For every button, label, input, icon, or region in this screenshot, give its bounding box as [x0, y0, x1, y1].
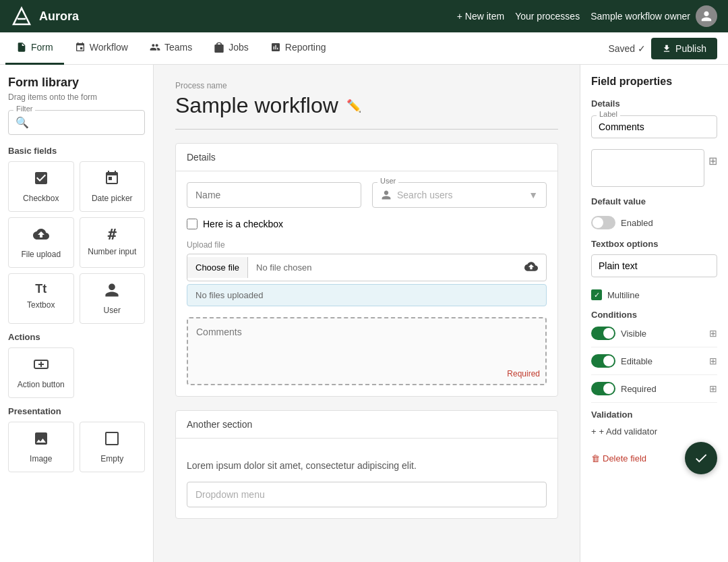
panel-divider-3 — [591, 402, 717, 403]
field-card-action-button[interactable]: Action button — [8, 347, 74, 398]
checkbox-label: Here is a checkbox — [203, 219, 283, 229]
textbox-card-label: Textbox — [27, 300, 55, 310]
details-section-label: Details — [591, 99, 717, 109]
nav-jobs-label: Jobs — [229, 42, 249, 53]
default-value-row: Default value — [591, 196, 717, 206]
field-card-empty[interactable]: Empty — [80, 422, 146, 472]
form-icon — [16, 42, 27, 53]
comments-area: Required — [187, 317, 547, 385]
search-users-placeholder: Search users — [397, 190, 452, 200]
field-card-number-input[interactable]: # Number input — [80, 217, 146, 268]
presentation-label: Presentation — [8, 406, 145, 416]
nav-form-label: Form — [31, 42, 53, 53]
saved-label: Saved ✓ — [608, 43, 646, 54]
presentation-grid: Image Empty — [8, 422, 145, 472]
details-section: Details User Search users ▼ — [175, 143, 558, 397]
panel-divider-2 — [591, 374, 717, 375]
actions-grid: Action button — [8, 347, 145, 398]
upload-row: Choose file No file chosen — [187, 254, 547, 281]
field-card-image[interactable]: Image — [8, 422, 74, 472]
editable-toggle[interactable] — [591, 354, 615, 368]
empty-icon — [104, 430, 120, 450]
user-field: User Search users ▼ — [372, 182, 547, 208]
label-input[interactable] — [591, 115, 717, 138]
filter-input-wrap: 🔍 — [8, 110, 145, 135]
required-right: ⊞ — [709, 383, 717, 394]
logo-icon — [11, 5, 32, 27]
name-field — [187, 182, 361, 208]
field-card-checkbox[interactable]: Checkbox — [8, 161, 74, 212]
delete-field-button[interactable]: 🗑 Delete field — [591, 453, 646, 463]
field-card-date-picker[interactable]: Date picker — [80, 161, 146, 212]
editable-label: Editable — [621, 356, 653, 366]
required-grid-icon: ⊞ — [709, 383, 717, 394]
workflow-icon — [75, 42, 86, 53]
choose-file-button[interactable]: Choose file — [187, 257, 248, 278]
date-picker-icon — [104, 170, 120, 190]
delete-field-row: 🗑 Delete field — [591, 442, 717, 474]
checkbox-input[interactable] — [187, 219, 198, 229]
title-divider — [175, 129, 558, 130]
visible-grid-icon: ⊞ — [709, 328, 717, 339]
edit-icon[interactable]: ✏️ — [346, 99, 361, 113]
check-icon: ✓ — [638, 43, 646, 54]
nav-item-teams[interactable]: Teams — [139, 32, 203, 65]
nav-item-workflow[interactable]: Workflow — [64, 32, 139, 65]
new-item-button[interactable]: + New item — [457, 11, 504, 22]
top-nav-right: + New item Your processes Sample workflo… — [457, 5, 717, 27]
no-file-text: No file chosen — [248, 257, 516, 278]
visible-row: Visible ⊞ — [591, 327, 717, 340]
nav-item-form[interactable]: Form — [5, 32, 64, 65]
upload-section: Upload file Choose file No file chosen N… — [187, 240, 547, 306]
trash-icon: 🗑 — [591, 453, 600, 463]
required-row: Required ⊞ — [591, 382, 717, 395]
comments-textarea[interactable] — [196, 327, 537, 374]
required-badge: Required — [507, 369, 540, 378]
your-processes-link[interactable]: Your processes — [515, 11, 580, 22]
dropdown-select[interactable]: Dropdown menu — [187, 482, 547, 507]
date-picker-card-label: Date picker — [92, 194, 133, 203]
nav-teams-label: Teams — [164, 42, 192, 53]
user-select-icon — [381, 190, 392, 200]
visible-toggle[interactable] — [591, 327, 615, 340]
action-button-card-label: Action button — [18, 380, 65, 389]
floating-action-button[interactable] — [685, 442, 717, 474]
required-label: Required — [621, 384, 657, 394]
enabled-toggle-row: Enabled — [591, 216, 717, 229]
filter-label: Filter — [13, 105, 35, 113]
top-nav: Aurora + New item Your processes Sample … — [0, 0, 728, 32]
number-input-card-label: Number input — [88, 247, 136, 256]
add-validator-button[interactable]: + + Add validator — [591, 426, 717, 437]
textbox-type-select[interactable]: Plain text Rich text Number Email — [591, 254, 717, 277]
validation-label: Validation — [591, 410, 717, 420]
textbox-options-label: Textbox options — [591, 239, 717, 249]
nav-item-jobs[interactable]: Jobs — [203, 32, 260, 65]
required-toggle[interactable] — [591, 382, 615, 395]
filter-box: Filter 🔍 — [8, 110, 145, 135]
conditions-label: Conditions — [591, 310, 717, 320]
avatar — [696, 5, 717, 27]
panel-divider-1 — [591, 347, 717, 347]
enabled-toggle[interactable] — [591, 216, 615, 229]
field-card-user[interactable]: User — [80, 273, 146, 324]
user-card-label: User — [104, 306, 121, 315]
search-input[interactable] — [34, 117, 138, 128]
dropdown-row: Dropdown menu — [187, 482, 547, 507]
visible-label: Visible — [621, 329, 646, 339]
field-card-file-upload[interactable]: File upload — [8, 217, 74, 268]
user-select-arrow: ▼ — [528, 190, 538, 200]
panel-title: Field properties — [591, 76, 717, 88]
sec-nav-right: Saved ✓ Publish — [608, 38, 728, 59]
multiline-label: Multiline — [607, 290, 640, 300]
field-card-textbox[interactable]: Tt Textbox — [8, 273, 74, 324]
image-icon — [33, 430, 49, 450]
nav-item-reporting[interactable]: Reporting — [260, 32, 337, 65]
upload-icon[interactable] — [516, 254, 546, 281]
sidebar-title: Form library — [8, 76, 145, 90]
name-input[interactable] — [187, 182, 361, 208]
editable-toggle-row: Editable — [591, 354, 653, 368]
multiline-checkbox[interactable]: ✓ — [591, 289, 602, 300]
user-select[interactable]: Search users ▼ — [372, 182, 547, 208]
publish-button[interactable]: Publish — [651, 38, 717, 59]
hint-textarea[interactable] — [591, 149, 704, 187]
